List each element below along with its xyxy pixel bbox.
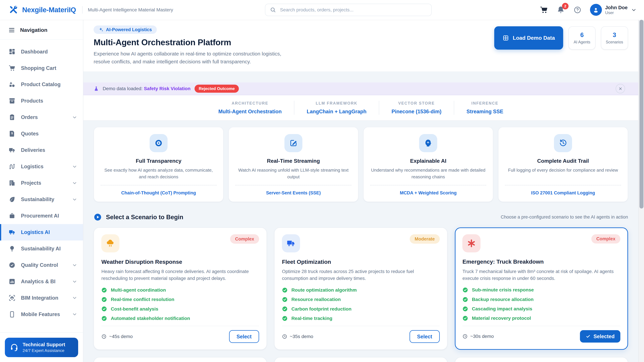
scenario-card-partial[interactable]: Moderate	[274, 357, 448, 362]
history-icon	[559, 139, 567, 147]
banner-prefix: Demo data loaded:	[103, 86, 142, 91]
help-icon[interactable]	[574, 6, 582, 14]
sidebar-item-procurement-ai[interactable]: Procurement AI	[0, 208, 83, 224]
more-scenario-cards: ComplexModerateModerate	[94, 357, 628, 362]
scenario-card-fleet-optimization[interactable]: ModerateFleet OptimizationOptimize 28 tr…	[274, 227, 448, 350]
sidebar-item-orders[interactable]: Orders	[0, 109, 83, 125]
sidebar-item-sustainability[interactable]: Sustainability	[0, 191, 83, 208]
sidebar-item-label: Shopping Cart	[21, 65, 77, 71]
hamburger-menu-icon[interactable]	[8, 27, 15, 34]
scenario-icon-box	[282, 234, 300, 252]
brand[interactable]: Nexgile-MateriIQ Multi-Agent Intelligenc…	[8, 0, 173, 20]
sidebar-item-dashboard[interactable]: Dashboard	[0, 43, 83, 60]
arch-value: LangChain + LangGraph	[307, 109, 366, 114]
check-circle-icon	[462, 287, 468, 293]
select-button[interactable]: Select	[410, 330, 440, 343]
scenario-card-emergency-truck-breakdown[interactable]: ComplexEmergency: Truck BreakdownTruck 7…	[455, 227, 628, 350]
scrollbar-thumb[interactable]	[640, 20, 644, 209]
load-demo-label: Load Demo Data	[513, 35, 555, 41]
play-circle-icon	[94, 213, 102, 221]
user-menu[interactable]: John Doe User	[590, 4, 636, 16]
sidebar-item-product-catalog[interactable]: Product Catalog	[0, 76, 83, 93]
leaf-icon	[8, 196, 16, 203]
shapes-icon	[8, 81, 16, 88]
sidebar-header: Navigation	[0, 20, 83, 40]
scenario-card-weather-disruption-response[interactable]: ComplexWeather Disruption ResponseHeavy …	[94, 227, 267, 350]
scenario-title: Weather Disruption Response	[101, 259, 259, 265]
check-circle-icon	[282, 316, 288, 321]
arch-label: INFERENCE	[466, 101, 503, 106]
feature-tech-link[interactable]: ISO 27001 Compliant Logging	[505, 190, 621, 196]
sidebar-item-deliveries[interactable]: Deliveries	[0, 142, 83, 158]
feature-title: Complete Audit Trail	[505, 158, 621, 164]
avatar	[590, 4, 602, 16]
arch-label: LLM FRAMEWORK	[307, 101, 366, 106]
cart-icon[interactable]	[540, 6, 548, 14]
banner-close-button[interactable]	[616, 84, 625, 93]
arch-item-llm-framework: LLM FRAMEWORKLangChain + LangGraph	[294, 101, 379, 114]
arch-item-inference: INFERENCEStreaming SSE	[454, 101, 516, 114]
feature-description: Watch AI reasoning unfold with LLM-style…	[235, 167, 351, 180]
header-actions: 2 John Doe User	[540, 0, 636, 20]
scenario-card-partial[interactable]: Moderate	[455, 357, 628, 362]
asterisk-icon	[467, 239, 476, 248]
feature-description: Understand why recommendations are made …	[370, 167, 486, 180]
sidebar-item-quality-control[interactable]: Quality Control	[0, 257, 83, 273]
check-icon	[586, 334, 590, 339]
feature-title: Real-Time Streaming	[235, 158, 351, 164]
check-circle-icon	[101, 287, 107, 293]
sidebar-item-analytics-bi[interactable]: Analytics & BI	[0, 273, 83, 290]
scenario-card-top: Complex	[462, 234, 620, 252]
content-area: Full TransparencySee exactly how AI agen…	[83, 121, 638, 362]
sidebar-item-label: Quality Control	[21, 262, 66, 268]
hero-left: AI-Powered Logistics Multi-Agent Orchest…	[94, 25, 296, 66]
notifications-bell-icon[interactable]: 2	[556, 6, 565, 14]
check-circle-icon	[101, 306, 107, 312]
divider	[282, 326, 440, 326]
sidebar-item-logistics-ai[interactable]: Logistics AI	[0, 224, 83, 241]
check-circle-icon	[282, 287, 288, 293]
feature-tech-link[interactable]: Server-Sent Events (SSE)	[235, 190, 351, 196]
sidebar-item-quotes[interactable]: Quotes	[0, 125, 83, 142]
sidebar-item-bim-integration[interactable]: BIM Integration	[0, 290, 83, 306]
sidebar-item-shopping-cart[interactable]: Shopping Cart	[0, 60, 83, 76]
scenario-feature: Sub-minute crisis response	[462, 287, 620, 293]
scenario-card-partial[interactable]: Complex	[94, 357, 267, 362]
cube-icon	[8, 295, 16, 302]
technical-support-card[interactable]: Technical Support 24/7 Expert Assistance	[5, 338, 78, 357]
sidebar-item-label: Dashboard	[21, 49, 77, 55]
sidebar-item-sustainability-ai[interactable]: Sustainability AI	[0, 241, 83, 257]
sidebar-item-mobile-features[interactable]: Mobile Features	[0, 306, 83, 323]
sidebar-item-logistics[interactable]: Logistics	[0, 158, 83, 175]
search-input[interactable]	[279, 7, 427, 13]
scenario-feature: Cascading impact analysis	[462, 306, 620, 312]
scenario-section-title: Select a Scenario to Begin	[106, 214, 183, 221]
feature-icon-box	[419, 134, 437, 152]
check-circle-icon	[101, 297, 107, 302]
clock-icon	[462, 334, 468, 339]
scenario-feature: Real-time conflict resolution	[101, 297, 259, 302]
check-circle-icon	[462, 306, 468, 312]
scrollbar-track[interactable]	[638, 20, 644, 362]
bag-icon	[8, 212, 16, 219]
load-demo-data-button[interactable]: Load Demo Data	[494, 26, 563, 50]
stat-value: 3	[613, 31, 616, 38]
page-description: Experience how AI agents collaborate in …	[94, 50, 296, 65]
main-content: AI-Powered Logistics Multi-Agent Orchest…	[83, 20, 638, 362]
feature-tech-link[interactable]: Chain-of-Thought (CoT) Prompting	[100, 190, 217, 196]
chevron-down-icon	[72, 263, 77, 268]
page-title: Multi-Agent Orchestration Platform	[94, 37, 296, 47]
demo-loaded-banner: Demo data loaded: Safety Risk Violation …	[83, 82, 638, 95]
sidebar-item-products[interactable]: Products	[0, 93, 83, 109]
feature-tech-link[interactable]: MCDA + Weighted Scoring	[370, 190, 486, 196]
chevron-down-icon	[72, 180, 77, 186]
sidebar-item-projects[interactable]: Projects	[0, 175, 83, 191]
difficulty-badge: Moderate	[410, 234, 440, 244]
divider	[505, 185, 621, 185]
sidebar-item-label: Orders	[21, 114, 66, 120]
selected-button[interactable]: Selected	[580, 330, 620, 343]
select-button[interactable]: Select	[229, 330, 259, 343]
flask-icon	[94, 86, 99, 91]
spacer	[83, 71, 638, 82]
global-search[interactable]	[265, 4, 432, 16]
